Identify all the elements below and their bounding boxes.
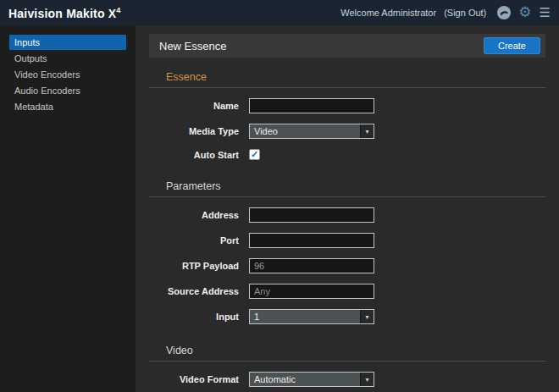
section-divider (149, 87, 545, 88)
form-row-auto-start: Auto Start ✓ (166, 149, 545, 160)
form-row-video-format: Video Format Automatic ▾ (166, 372, 545, 387)
form-row-port: Port (166, 233, 545, 248)
port-label: Port (166, 235, 239, 246)
section-title-video: Video (166, 345, 545, 356)
sidebar-item-metadata[interactable]: Metadata (9, 99, 126, 114)
brand-text: Haivision Makito X (8, 6, 116, 19)
input-value: 1 (250, 312, 360, 322)
brand-logo: Haivision Makito X4 (8, 6, 121, 20)
form-row-source-address: Source Address (166, 284, 545, 299)
media-type-label: Media Type (166, 126, 239, 136)
top-bar: Haivision Makito X4 Welcome Administrato… (0, 0, 559, 25)
source-address-field[interactable] (249, 284, 374, 299)
section-divider (149, 196, 545, 197)
settings-gear-icon[interactable]: ⚙ (518, 6, 531, 19)
sidebar-item-inputs[interactable]: Inputs (9, 35, 126, 50)
check-icon: ✓ (251, 150, 258, 159)
form-row-input: Input 1 ▾ (166, 309, 545, 324)
name-label: Name (166, 101, 239, 111)
topbar-right-cluster: Welcome Administrator (Sign Out) ⚙ ☰ (340, 6, 551, 19)
rtp-payload-field[interactable] (249, 258, 374, 273)
app-window: Haivision Makito X4 Welcome Administrato… (0, 0, 559, 392)
form-row-name: Name (166, 98, 545, 113)
sidebar-item-outputs[interactable]: Outputs (9, 51, 126, 66)
rtp-payload-label: RTP Payload (166, 261, 239, 271)
video-format-label: Video Format (166, 374, 239, 384)
sidebar: Inputs Outputs Video Encoders Audio Enco… (0, 25, 136, 392)
sidebar-item-video-encoders[interactable]: Video Encoders (9, 67, 126, 82)
haivision-badge-icon[interactable] (497, 6, 511, 19)
address-label: Address (166, 210, 239, 220)
form-row-media-type: Media Type Video ▾ (166, 124, 545, 139)
media-type-value: Video (250, 126, 360, 136)
chevron-down-icon: ▾ (360, 310, 374, 323)
source-address-label: Source Address (166, 286, 239, 296)
sign-out-link[interactable]: (Sign Out) (444, 8, 486, 18)
page-title: New Essence (159, 40, 226, 52)
form-row-address: Address (166, 207, 545, 223)
brand-superscript: 4 (116, 6, 120, 14)
section-title-parameters: Parameters (166, 180, 545, 192)
sidebar-item-audio-encoders[interactable]: Audio Encoders (9, 83, 126, 98)
address-field[interactable] (249, 207, 374, 223)
chevron-down-icon: ▾ (360, 124, 374, 138)
input-label: Input (166, 312, 239, 322)
page-header: New Essence Create (149, 34, 545, 58)
video-format-select[interactable]: Automatic ▾ (249, 372, 374, 387)
video-format-value: Automatic (250, 374, 360, 384)
auto-start-label: Auto Start (166, 150, 239, 160)
auto-start-checkbox[interactable]: ✓ (249, 149, 260, 160)
main-content: New Essence Create Essence Name Media Ty… (136, 25, 559, 392)
media-type-select[interactable]: Video ▾ (249, 124, 374, 139)
chevron-down-icon: ▾ (360, 373, 374, 386)
input-select[interactable]: 1 ▾ (249, 309, 374, 324)
name-field[interactable] (249, 98, 374, 113)
form-row-rtp-payload: RTP Payload (166, 258, 545, 273)
port-field[interactable] (249, 233, 374, 248)
create-button[interactable]: Create (484, 37, 540, 54)
hamburger-menu-icon[interactable]: ☰ (540, 6, 551, 19)
welcome-text: Welcome Administrator (340, 8, 436, 18)
section-divider (149, 361, 545, 362)
section-title-essence: Essence (166, 71, 545, 83)
